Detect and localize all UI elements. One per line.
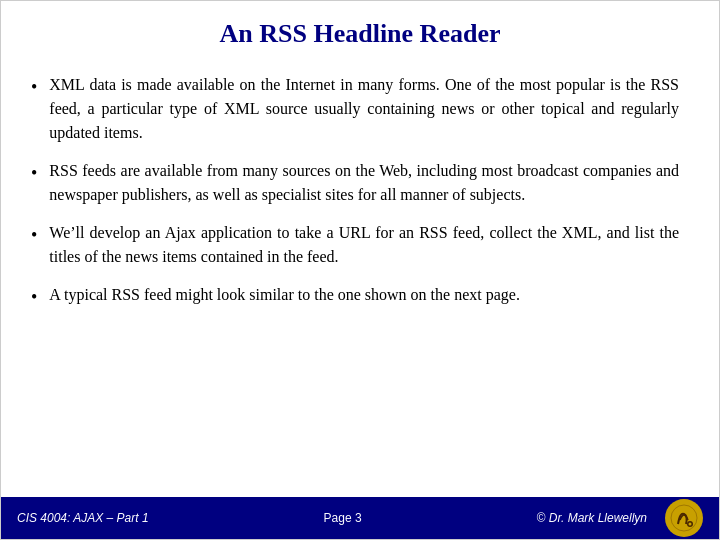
bullet-item-2: • RSS feeds are available from many sour… bbox=[31, 159, 679, 207]
footer-course-label: CIS 4004: AJAX – Part 1 bbox=[17, 511, 149, 525]
svg-point-2 bbox=[689, 523, 692, 526]
bullet-text-4: A typical RSS feed might look similar to… bbox=[49, 283, 520, 307]
slide-footer: CIS 4004: AJAX – Part 1 Page 3 © Dr. Mar… bbox=[1, 497, 719, 539]
bullet-item-1: • XML data is made available on the Inte… bbox=[31, 73, 679, 145]
slide-title: An RSS Headline Reader bbox=[1, 1, 719, 63]
footer-copyright: © Dr. Mark Llewellyn bbox=[537, 511, 647, 525]
svg-point-0 bbox=[671, 505, 697, 531]
footer-logo bbox=[665, 499, 703, 537]
bullet-dot-1: • bbox=[31, 75, 37, 100]
slide-content: • XML data is made available on the Inte… bbox=[1, 63, 719, 497]
bullet-text-1: XML data is made available on the Intern… bbox=[49, 73, 679, 145]
bullet-text-3: We’ll develop an Ajax application to tak… bbox=[49, 221, 679, 269]
bullet-item-4: • A typical RSS feed might look similar … bbox=[31, 283, 679, 310]
bullet-dot-3: • bbox=[31, 223, 37, 248]
footer-page-number: Page 3 bbox=[324, 511, 362, 525]
bullet-item-3: • We’ll develop an Ajax application to t… bbox=[31, 221, 679, 269]
footer-right-group: © Dr. Mark Llewellyn bbox=[537, 499, 703, 537]
logo-icon bbox=[670, 504, 698, 532]
bullet-text-2: RSS feeds are available from many source… bbox=[49, 159, 679, 207]
bullet-dot-2: • bbox=[31, 161, 37, 186]
slide: An RSS Headline Reader • XML data is mad… bbox=[0, 0, 720, 540]
bullet-dot-4: • bbox=[31, 285, 37, 310]
